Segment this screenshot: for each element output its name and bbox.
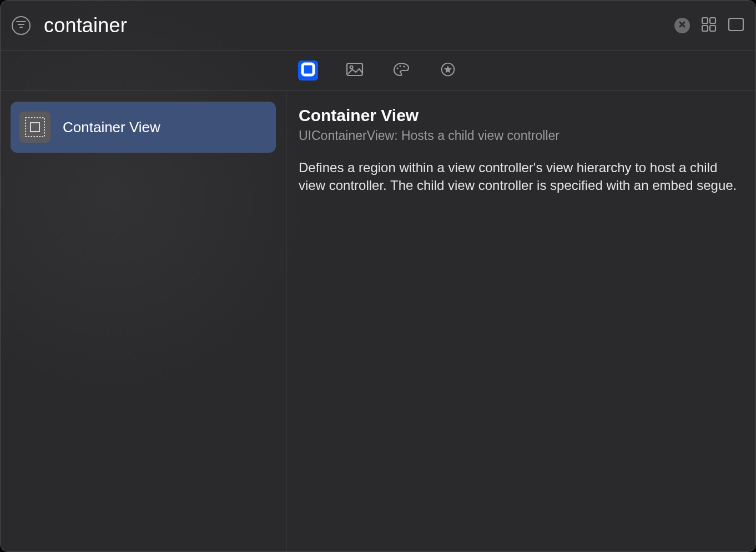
search-input[interactable] (31, 14, 674, 37)
results-sidebar: Container View (1, 91, 286, 551)
detail-title: Container View (299, 106, 739, 125)
object-library-window: Container View Container View UIContaine… (0, 0, 756, 552)
palette-icon (392, 62, 410, 79)
close-icon (678, 21, 686, 31)
list-item-label: Container View (63, 119, 160, 136)
category-media[interactable] (345, 61, 365, 81)
header (1, 1, 755, 51)
panel-icon (728, 17, 744, 34)
detail-subtitle: UIContainerView: Hosts a child view cont… (299, 128, 739, 143)
body: Container View Container View UIContaine… (1, 91, 755, 551)
filter-icon (16, 21, 26, 31)
image-icon (346, 62, 364, 79)
category-objects[interactable] (298, 61, 318, 81)
category-snippets[interactable] (438, 61, 458, 81)
svg-rect-10 (303, 64, 314, 75)
grid-icon (701, 17, 717, 34)
svg-point-15 (403, 66, 405, 67)
clear-search-button[interactable] (674, 18, 690, 33)
svg-rect-17 (26, 118, 44, 137)
header-actions (674, 17, 744, 34)
detail-description: Defines a region within a view controlle… (299, 159, 739, 194)
svg-rect-7 (702, 26, 708, 31)
svg-rect-8 (710, 26, 715, 31)
svg-rect-6 (710, 18, 715, 23)
svg-rect-18 (31, 123, 39, 132)
list-item[interactable]: Container View (11, 102, 276, 153)
filter-button[interactable] (12, 16, 31, 35)
svg-rect-9 (729, 18, 743, 31)
svg-point-12 (350, 66, 353, 68)
svg-point-13 (396, 67, 398, 69)
container-view-icon (19, 112, 51, 143)
star-icon (439, 62, 457, 79)
objects-icon (299, 62, 317, 79)
svg-rect-5 (702, 18, 708, 23)
grid-view-button[interactable] (701, 17, 717, 34)
category-color[interactable] (391, 61, 411, 81)
category-bar (1, 51, 755, 91)
svg-point-14 (399, 65, 401, 67)
detail-panel: Container View UIContainerView: Hosts a … (286, 91, 755, 551)
detail-panel-toggle[interactable] (728, 17, 744, 34)
